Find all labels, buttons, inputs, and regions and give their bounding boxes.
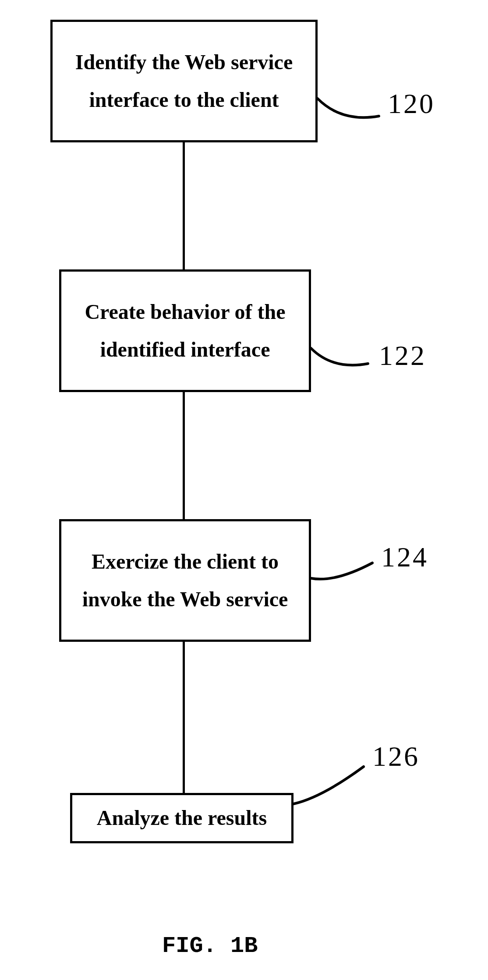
step-box-4: Analyze the results (70, 793, 294, 843)
connector-2-3 (183, 392, 185, 519)
step-text-4: Analyze the results (97, 799, 267, 837)
step-box-3: Exercize the client to invoke the Web se… (59, 519, 311, 642)
figure-caption: FIG. 1B (162, 933, 258, 959)
step-text-3: Exercize the client to invoke the Web se… (70, 543, 300, 619)
step-label-2: 122 (379, 340, 426, 372)
callout-line-1 (315, 96, 381, 136)
callout-line-3 (309, 559, 375, 598)
step-label-1: 120 (388, 88, 435, 120)
step-box-1: Identify the Web service interface to th… (50, 20, 318, 142)
connector-1-2 (183, 142, 185, 269)
flowchart-canvas: Identify the Web service interface to th… (0, 0, 488, 980)
callout-line-4 (291, 762, 366, 810)
step-text-1: Identify the Web service interface to th… (61, 43, 307, 119)
connector-3-4 (183, 642, 185, 793)
step-label-3: 124 (381, 541, 428, 573)
callout-line-2 (309, 346, 370, 386)
step-text-2: Create behavior of the identified interf… (70, 293, 300, 369)
step-box-2: Create behavior of the identified interf… (59, 269, 311, 392)
step-label-4: 126 (372, 740, 420, 773)
